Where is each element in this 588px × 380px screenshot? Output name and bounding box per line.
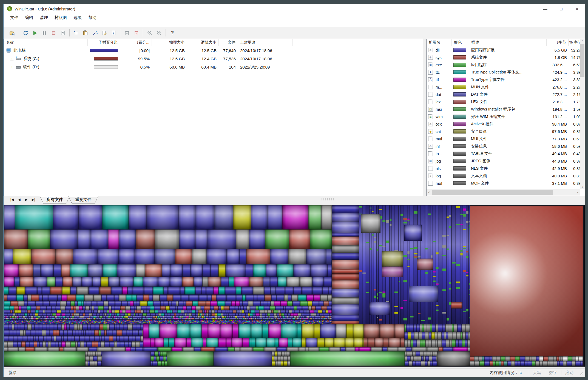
del2-icon: [133, 30, 139, 36]
zoom-out-button[interactable]: [154, 29, 164, 37]
menu-item-2[interactable]: 清理: [36, 14, 51, 21]
extension-row[interactable]: .nlsNLS 文件42.9 MB0.3%: [427, 165, 585, 172]
copy-path-button[interactable]: [72, 29, 81, 37]
file-type-icon: ▣: [428, 63, 433, 67]
tree-header-2[interactable]: ↓百分...: [120, 39, 152, 46]
extension-row[interactable]: .muiMUI 文件77.3 MB0.6%: [427, 135, 585, 143]
extension-row[interactable]: ▣.exe应用程序832.6 ...6.5%: [427, 61, 585, 69]
extension-label: .dll: [434, 48, 440, 52]
tree-row[interactable]: +系统 (C:)99.5%12.5 GB12.4 GB77,5362024/10…: [4, 55, 423, 63]
extension-row[interactable]: ▤.msiWindows Installer 程序包194.8 ...1.5%: [427, 106, 585, 113]
extension-name: ⚙.inf: [427, 143, 452, 150]
menu-item-3[interactable]: 树状图: [51, 14, 70, 21]
logical-size: 12.4 GB: [187, 55, 219, 63]
tab-duplicate-files[interactable]: 重复文件: [68, 196, 98, 203]
extension-name: .lex: [427, 98, 452, 106]
tab-all-files[interactable]: 所有文件: [40, 196, 70, 203]
delete-to-bin-button[interactable]: [122, 29, 132, 37]
treemap-canvas[interactable]: [4, 205, 584, 367]
scroll-right-icon[interactable]: >: [575, 191, 580, 194]
tree-row[interactable]: +软件 (D:)0.5%60.6 MB60.4 MB1042022/3/25 2…: [4, 63, 423, 71]
menu-item-4[interactable]: 选项: [70, 14, 85, 21]
panel-splitter[interactable]: [423, 39, 426, 196]
delete-permanently-button[interactable]: [132, 29, 141, 37]
extension-vertical-scrollbar[interactable]: ^ v: [580, 39, 585, 189]
extension-row[interactable]: ≡.log文本文档40.0 MB0.3%: [427, 172, 585, 180]
extension-row[interactable]: .m...MUN 文件276.8 ...2.2%: [427, 83, 585, 91]
menu-toolbar-gap: [4, 22, 585, 27]
help-button[interactable]: ?: [168, 29, 177, 37]
scroll-up-icon[interactable]: ^: [580, 39, 585, 44]
extension-row[interactable]: A.ttcTrueType Collection 字体文...424.9 ...…: [427, 69, 585, 76]
extension-row[interactable]: ⚙.ocxActiveX 控件98.4 MB0.8%: [427, 120, 585, 128]
maximize-button[interactable]: □: [553, 4, 569, 13]
extension-row[interactable]: ◆.cat安全目录97.6 MB0.8%: [427, 128, 585, 135]
close-button[interactable]: ×: [569, 4, 585, 13]
ext-header-2[interactable]: 描述: [469, 39, 547, 46]
menu-item-1[interactable]: 编辑: [22, 14, 36, 21]
extension-label: .cat: [434, 129, 441, 134]
menu-item-5[interactable]: 帮助: [85, 14, 100, 21]
properties-button[interactable]: [109, 29, 118, 37]
extension-row[interactable]: ≣.wim好压 WIM 压缩文件131.2 ...1.0%: [427, 113, 585, 120]
extension-horizontal-scrollbar[interactable]: < >: [427, 189, 580, 196]
explorer-here-button[interactable]: [90, 29, 100, 37]
resize-grip-icon[interactable]: [579, 371, 583, 375]
ext-header-1[interactable]: 颜色: [452, 39, 469, 46]
tree-header-4[interactable]: 逻辑大小: [187, 39, 219, 46]
description: 安装信息: [469, 143, 547, 150]
tree-header-5[interactable]: 文件: [219, 39, 238, 46]
tree-header-6[interactable]: 上次更改: [238, 39, 293, 46]
tree-header-3[interactable]: 物理大小: [152, 39, 187, 46]
refresh-all-button[interactable]: [21, 29, 30, 37]
pause-button[interactable]: [39, 29, 49, 37]
refresh-selected-button[interactable]: [58, 29, 67, 37]
color-cell: [452, 76, 469, 83]
zoom-in-button[interactable]: [145, 29, 154, 37]
splitter-grip[interactable]: [322, 198, 334, 200]
minimize-button[interactable]: —: [537, 4, 553, 13]
subtree-percentage-bar: [88, 63, 120, 71]
expand-icon[interactable]: +: [10, 57, 14, 61]
color-cell: [452, 113, 469, 120]
bar-fill: [90, 49, 118, 52]
paste-button[interactable]: [81, 29, 90, 37]
expand-icon[interactable]: +: [10, 65, 14, 69]
extension-row[interactable]: ⚙.dll应用程序扩展6.5 GB52.2%: [427, 46, 585, 54]
extension-row[interactable]: .mofMOF 文件37.1 MB0.3%: [427, 180, 585, 187]
resume-button[interactable]: [30, 29, 39, 37]
extension-name: ⚙.dll: [427, 46, 452, 54]
command-prompt-button[interactable]: [100, 29, 109, 37]
color-swatch: [453, 115, 466, 119]
extension-name: .m...: [427, 83, 452, 91]
tab-prev-icon[interactable]: ◀: [16, 198, 23, 202]
file-type-glyph: ⚙: [428, 122, 433, 126]
menu-item-0[interactable]: 文件: [7, 14, 22, 21]
extension-row[interactable]: ▦.jpgJPEG 图像44.8 MB0.3%: [427, 157, 585, 165]
scroll-left-icon[interactable]: <: [427, 191, 431, 194]
extension-row[interactable]: A.ttfTrueType 字体文件423.2 ...3.3%: [427, 76, 585, 83]
extension-row[interactable]: .ta...TABLE 文件49.4 MB0.4%: [427, 150, 585, 157]
tree-row[interactable]: 此电脑[0:00]12.5 GB12.5 GB77,6402024/10/17 …: [4, 46, 423, 55]
open-button[interactable]: [7, 29, 17, 37]
tab-next-icon[interactable]: ▶: [23, 198, 30, 202]
tab-first-icon[interactable]: |◀: [8, 198, 16, 202]
tree-header-0[interactable]: 名称: [4, 39, 88, 46]
scroll-down-icon[interactable]: v: [580, 184, 585, 189]
extension-row[interactable]: .lexLEX 文件216.3 ...1.7%: [427, 98, 585, 106]
color-swatch: [453, 70, 466, 74]
tab-last-icon[interactable]: ▶|: [30, 198, 37, 202]
extension-row[interactable]: .datDAT 文件272.7 ...2.1%: [427, 91, 585, 98]
stop-button[interactable]: [49, 29, 58, 37]
toolbar-separator: [120, 29, 120, 36]
description: MUN 文件: [469, 83, 547, 91]
ext-header-3[interactable]: ↓字节: [547, 39, 569, 46]
scroll-lock-indicator: 滚动: [561, 370, 577, 375]
ext-header-0[interactable]: 扩展名: [427, 39, 452, 46]
tree-header-1[interactable]: 子树百分比: [88, 39, 120, 46]
hscroll-thumb[interactable]: [432, 190, 553, 195]
extension-row[interactable]: ⚙.sys系统文件1.8 GB14.7%: [427, 54, 585, 61]
extension-row[interactable]: ⚙.inf安装信息58.6 MB0.5%: [427, 143, 585, 150]
vscroll-thumb[interactable]: [580, 44, 584, 77]
extension-name: ◆.cat: [427, 128, 452, 135]
